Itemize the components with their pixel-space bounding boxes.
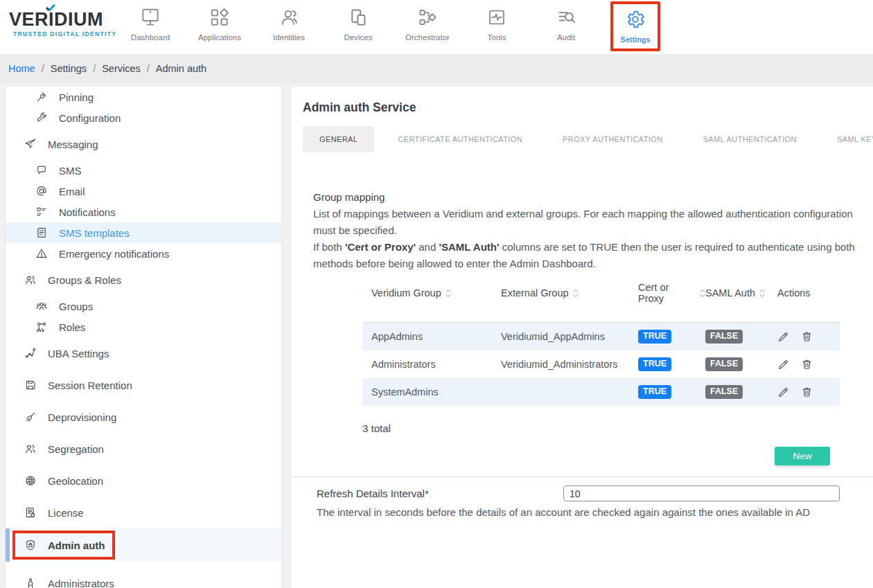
nav-item-label: Settings: [620, 35, 650, 44]
sidebar-item-sms-templates[interactable]: SMS templates: [6, 222, 281, 243]
brand-tagline: TRUSTED DIGITAL IDENTITY: [13, 30, 120, 37]
at-icon: [35, 185, 48, 198]
sidebar-item-label: Notifications: [59, 206, 116, 218]
sidebar-item-groups[interactable]: Groups: [6, 296, 281, 317]
column-header-saml-auth[interactable]: SAML Auth: [705, 287, 777, 299]
sidebar-item-license[interactable]: License: [6, 502, 281, 523]
sidebar-item-label: Segregation: [48, 443, 104, 455]
admin-person-icon: [24, 577, 37, 588]
sidebar-item-label: Messaging: [48, 139, 98, 150]
column-header-veridium-group[interactable]: Veridium Group: [362, 287, 501, 299]
edit-pencil-icon[interactable]: [777, 386, 789, 398]
edit-pencil-icon[interactable]: [777, 330, 789, 343]
sidebar-item-segregation[interactable]: Segregation: [6, 438, 281, 459]
tab-saml-authentication[interactable]: SAML AUTHENTICATION: [687, 126, 813, 152]
column-header-label: External Group: [501, 287, 569, 299]
nav-item-label: Identities: [273, 33, 305, 42]
sidebar-item-roles[interactable]: Roles: [6, 317, 281, 337]
paper-plane-icon: [24, 138, 37, 151]
broom-icon: [24, 411, 37, 424]
nav-item-identities[interactable]: Identities: [254, 4, 324, 50]
refresh-interval-input[interactable]: [563, 485, 840, 501]
graph-icon: [24, 347, 37, 360]
tab-certificate-authentication[interactable]: CERTIFICATE AUTHENTICATION: [381, 126, 539, 152]
sidebar-item-administrators[interactable]: Administrators: [6, 573, 281, 588]
saml-auth-cell: FALSE: [705, 385, 777, 399]
saml-auth-badge: FALSE: [705, 357, 743, 371]
tools-icon: [486, 4, 507, 28]
sidebar-item-sms[interactable]: SMS: [6, 160, 281, 181]
sidebar-item-label: SMS templates: [59, 227, 130, 239]
group-icon: [35, 300, 48, 313]
nav-item-dashboard[interactable]: Dashboard: [116, 4, 185, 50]
nav-item-label: Devices: [344, 33, 373, 42]
delete-trash-icon[interactable]: [801, 330, 813, 343]
actions-cell: [777, 358, 840, 371]
sidebar-item-admin-auth[interactable]: Admin auth: [6, 528, 281, 562]
column-header-label: Actions: [777, 287, 811, 299]
nav-item-settings[interactable]: Settings: [601, 4, 670, 50]
delete-trash-icon[interactable]: [801, 386, 813, 398]
sidebar-item-groups-roles[interactable]: Groups & Roles: [6, 269, 281, 290]
identities-icon: [279, 4, 299, 28]
sidebar-item-deprovisioning[interactable]: Deprovisioning: [6, 407, 281, 427]
tab-saml-keys[interactable]: SAML KEYS: [820, 126, 873, 152]
sidebar-item-label: Pinning: [59, 91, 94, 103]
section-divider: [291, 476, 873, 477]
breadcrumb-item-settings[interactable]: Settings: [51, 63, 87, 74]
orchestrator-icon: [417, 4, 438, 28]
breadcrumb-item-services[interactable]: Services: [102, 63, 141, 74]
sidebar-item-email[interactable]: Email: [6, 181, 281, 202]
nav-item-tools[interactable]: Tools: [462, 4, 531, 50]
sort-icon: [759, 289, 765, 298]
veridium-logo: VERIDIUM TRUSTED DIGITAL IDENTITY: [9, 9, 120, 37]
sidebar-item-uba-settings[interactable]: UBA Settings: [6, 343, 281, 364]
sidebar-item-label: Emergency notifications: [59, 248, 169, 260]
audit-icon: [556, 4, 576, 28]
floppy-icon: [24, 379, 37, 392]
refresh-interval-label: Refresh Details Interval*: [317, 488, 429, 499]
sidebar-item-session-retention[interactable]: Session Retention: [6, 375, 281, 395]
delete-trash-icon[interactable]: [801, 358, 813, 371]
sidebar-item-configuration[interactable]: Configuration: [6, 107, 281, 128]
column-header-cert-or-proxy[interactable]: Cert or Proxy: [638, 282, 705, 304]
column-header-external-group[interactable]: External Group: [501, 287, 638, 299]
nav-item-devices[interactable]: Devices: [324, 4, 393, 50]
tab-general[interactable]: GENERAL: [303, 126, 374, 152]
sidebar-item-geolocation[interactable]: Geolocation: [6, 470, 281, 491]
nav-item-label: Applications: [198, 33, 241, 42]
nav-item-label: Orchestrator: [405, 33, 450, 42]
table-row-appadmins: AppAdminsVeridiumid_AppAdminsTRUEFALSE: [362, 323, 840, 350]
nav-item-orchestrator[interactable]: Orchestrator: [393, 4, 462, 50]
cert-or-proxy-cell: TRUE: [638, 330, 705, 344]
column-header-label: SAML Auth: [705, 287, 755, 299]
nav-item-audit[interactable]: Audit: [531, 4, 601, 50]
sidebar-item-label: Session Retention: [48, 380, 132, 391]
table-row-systemadmins: SystemAdminsTRUEFALSE: [362, 378, 840, 406]
column-header-label: Cert or Proxy: [638, 282, 696, 304]
settings-sidebar: PinningConfigurationMessagingSMSEmailNot…: [6, 87, 281, 588]
sidebar-item-label: Configuration: [59, 112, 121, 124]
sidebar-item-messaging[interactable]: Messaging: [6, 134, 281, 154]
tab-proxy-authentication[interactable]: PROXY AUTHENTICATION: [546, 126, 680, 152]
nav-item-applications[interactable]: Applications: [185, 4, 254, 50]
actions-cell: [777, 386, 840, 398]
sidebar-item-pinning[interactable]: Pinning: [6, 87, 281, 107]
license-icon: [24, 506, 37, 519]
group-mapping-table: Veridium GroupExternal GroupCert or Prox…: [362, 282, 840, 406]
page-title: Admin auth Service: [291, 87, 873, 115]
cert-or-proxy-badge: TRUE: [638, 357, 671, 371]
breadcrumb-item-home[interactable]: Home: [8, 63, 35, 74]
sidebar-item-notifications[interactable]: Notifications: [6, 202, 281, 222]
new-button[interactable]: New: [775, 447, 830, 465]
sidebar-item-label: License: [48, 507, 84, 519]
edit-pencil-icon[interactable]: [777, 358, 789, 371]
sidebar-item-label: Admin auth: [48, 540, 105, 551]
top-header: VERIDIUM TRUSTED DIGITAL IDENTITY Dashbo…: [0, 0, 873, 54]
table-total-count: 3 total: [362, 422, 873, 434]
warning-icon: [35, 247, 48, 260]
breadcrumb: Home/Settings/Services/Admin auth: [0, 54, 873, 83]
column-header-actions: Actions: [777, 287, 840, 299]
sidebar-item-label: Geolocation: [48, 475, 103, 487]
sidebar-item-emergency-notifications[interactable]: Emergency notifications: [6, 243, 281, 264]
